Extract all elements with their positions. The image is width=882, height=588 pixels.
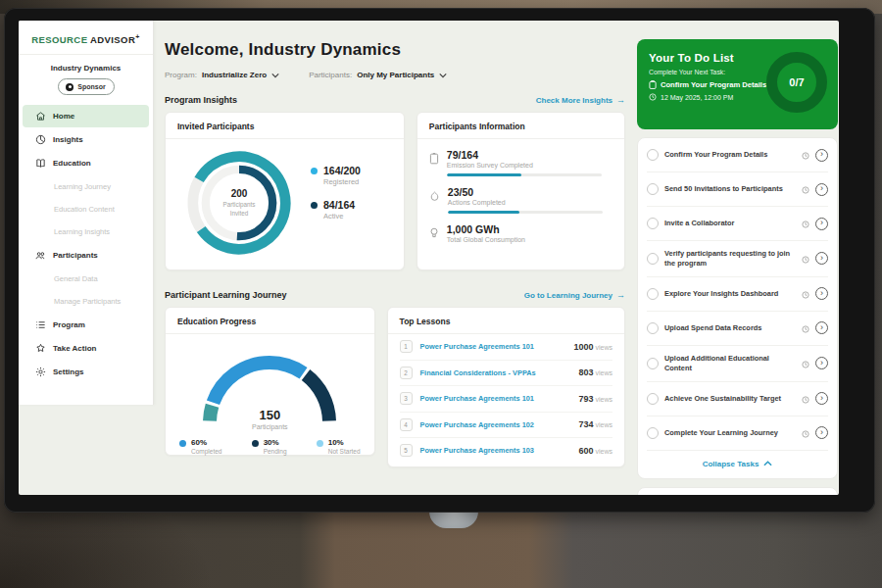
task-label[interactable]: Invite a Collaborator (664, 219, 796, 228)
sidebar-item-learning-journey[interactable]: Learning Journey (19, 175, 153, 198)
task-row: Explore Your Insights Dashboard › (647, 277, 828, 312)
sidebar-item-general-data[interactable]: General Data (19, 268, 153, 290)
task-checkbox[interactable] (647, 218, 659, 229)
metric-actions: 23/50 Actions Completed (417, 176, 624, 214)
todo-due-date: 12 May 2025, 12:00 PM (661, 94, 733, 101)
todo-progress-value: 0/7 (789, 76, 804, 88)
clock-icon (802, 220, 809, 228)
legend-active: 84/164 Active (311, 199, 361, 220)
task-label[interactable]: Explore Your Insights Dashboard (664, 289, 796, 299)
sidebar-item-label: Home (53, 112, 74, 121)
card-title: Participants Information (417, 113, 624, 139)
arrow-right-icon: → (616, 290, 625, 300)
task-chevron-button[interactable]: › (815, 218, 828, 230)
task-label[interactable]: Upload Spend Data Records (664, 323, 796, 333)
sidebar-item-participants[interactable]: Participants (23, 244, 149, 267)
program-filter-label: Program: (165, 71, 197, 79)
sidebar-item-label: Insights (53, 135, 83, 144)
rank-badge: 3 (400, 392, 413, 405)
task-checkbox[interactable] (647, 393, 659, 405)
pending-dot-icon (252, 440, 259, 447)
task-chevron-button[interactable]: › (815, 321, 828, 334)
clock-icon (649, 93, 657, 101)
task-row: Upload Spend Data Records › (647, 312, 828, 346)
book-icon (35, 158, 46, 169)
metric-consumption: 1,000 GWh Total Global Consumption (417, 214, 624, 243)
task-chevron-button[interactable]: › (815, 183, 828, 196)
legend-pending: 30% Pending (252, 438, 287, 455)
actions-progress-bar (448, 211, 603, 214)
sidebar-item-learning-insights[interactable]: Learning Insights (19, 220, 153, 243)
clock-icon (802, 396, 809, 404)
task-checkbox[interactable] (647, 288, 659, 300)
take-action-icon (35, 343, 46, 354)
task-checkbox[interactable] (647, 183, 659, 195)
task-chevron-button[interactable]: › (815, 392, 828, 405)
sidebar-item-education[interactable]: Education (23, 152, 149, 174)
logo-text-dark: ADVISOR+ (90, 34, 140, 45)
learning-journey-title: Participant Learning Journey (165, 290, 287, 300)
sponsor-badge[interactable]: Sponsor (58, 78, 115, 95)
participants-icon (35, 250, 46, 261)
lesson-link[interactable]: Power Purchase Agreements 101 (420, 394, 571, 403)
task-chevron-button[interactable]: › (815, 357, 828, 369)
sidebar-item-label: Program (53, 320, 85, 329)
education-progress-gauge-chart: 150 Participants (196, 346, 343, 424)
go-to-learning-journey-link[interactable]: Go to Learning Journey→ (524, 290, 625, 300)
card-title: Invited Participants (166, 113, 404, 139)
consumption-icon (429, 227, 439, 239)
invited-participants-donut-chart: 200 Participants Invited (181, 145, 297, 261)
actions-icon (429, 191, 440, 202)
task-chevron-button[interactable]: › (815, 149, 828, 162)
check-more-insights-link[interactable]: Check More Insights→ (536, 95, 625, 105)
lesson-link[interactable]: Power Purchase Agreements 101 (420, 342, 566, 351)
sponsor-icon (66, 83, 74, 91)
logo-text-green: RESOURCE (31, 34, 87, 45)
sidebar-item-education-content[interactable]: Education Content (19, 198, 153, 220)
clipboard-icon (649, 80, 657, 89)
task-checkbox[interactable] (647, 358, 659, 369)
rank-badge: 2 (400, 367, 413, 379)
sidebar-item-insights[interactable]: Insights (23, 128, 149, 151)
participants-filter-label: Participants: (309, 71, 352, 79)
lesson-row: 5 Power Purchase Agreements 103 600views (400, 438, 612, 464)
sidebar-item-take-action[interactable]: Take Action (23, 337, 149, 360)
task-label[interactable]: Confirm Your Program Details (664, 150, 796, 160)
sidebar-item-home[interactable]: Home (23, 105, 149, 127)
task-label[interactable]: Send 50 Invitations to Participants (664, 184, 796, 194)
task-chevron-button[interactable]: › (815, 426, 828, 439)
task-label[interactable]: Complete Your Learning Journey (664, 428, 796, 438)
clock-icon (802, 291, 809, 299)
task-chevron-button[interactable]: › (815, 252, 828, 265)
task-checkbox[interactable] (647, 253, 659, 265)
registered-dot-icon (311, 168, 318, 174)
collapse-tasks-link[interactable]: Collapse Tasks (647, 451, 828, 478)
task-label[interactable]: Achieve One Sustainability Target (664, 394, 796, 404)
chevron-up-icon (763, 461, 772, 466)
sidebar-item-program[interactable]: Program (23, 314, 149, 336)
participants-information-card: Participants Information 79/164 Emission… (416, 112, 625, 270)
sidebar-item-settings[interactable]: Settings (23, 361, 149, 383)
lesson-link[interactable]: Power Purchase Agreements 102 (420, 420, 571, 429)
sidebar-item-manage-participants[interactable]: Manage Participants (19, 290, 153, 313)
gauge-legend: 60% Completed 30% Pending 10% Not Starte… (166, 438, 374, 455)
metric-emission-survey: 79/164 Emission Survey Completed (417, 139, 624, 176)
task-checkbox[interactable] (647, 149, 659, 161)
lesson-link[interactable]: Power Purchase Agreements 103 (420, 446, 571, 455)
program-filter[interactable]: Program: Industrialize Zero (165, 71, 279, 79)
top-lessons-card: Top Lessons 1 Power Purchase Agreements … (387, 307, 625, 467)
legend-not-started: 10% Not Started (317, 438, 361, 455)
task-checkbox[interactable] (647, 427, 659, 439)
task-chevron-button[interactable]: › (815, 287, 828, 300)
clock-icon (802, 361, 809, 368)
lesson-views: 803views (578, 368, 612, 377)
chevron-down-icon (271, 73, 279, 78)
participants-filter[interactable]: Participants: Only My Participants (309, 71, 447, 79)
task-label[interactable]: Verify participants requesting to join t… (664, 249, 796, 269)
lesson-link[interactable]: Financial Considerations - VPPAs (420, 368, 571, 377)
lesson-row: 1 Power Purchase Agreements 101 1000view… (400, 334, 612, 361)
task-checkbox[interactable] (647, 322, 659, 334)
task-label[interactable]: Upload Additional Educational Content (664, 354, 796, 373)
rank-badge: 4 (400, 418, 413, 431)
clock-icon (802, 325, 809, 333)
